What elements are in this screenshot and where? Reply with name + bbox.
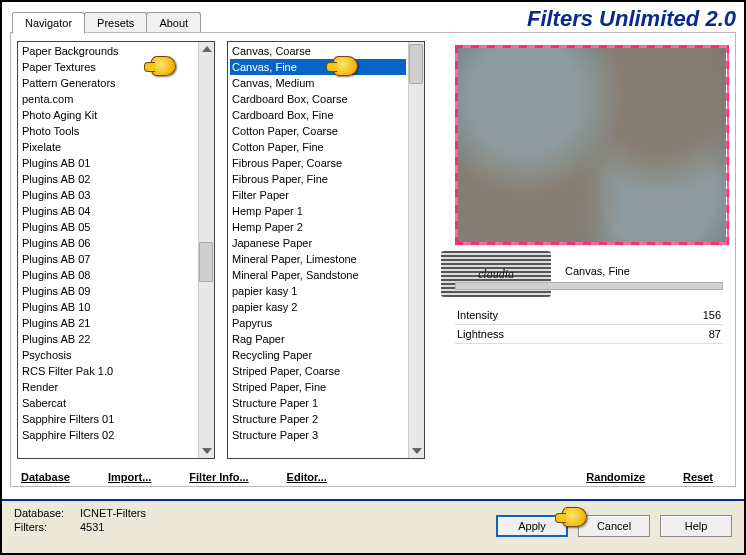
tab-navigator[interactable]: Navigator — [12, 12, 85, 34]
list-item[interactable]: RCS Filter Pak 1.0 — [20, 363, 196, 379]
list-item[interactable]: Hemp Paper 1 — [230, 203, 406, 219]
list-item[interactable]: Sabercat — [20, 395, 196, 411]
list-item[interactable]: Hemp Paper 2 — [230, 219, 406, 235]
list-item[interactable]: Plugins AB 08 — [20, 267, 196, 283]
tab-presets[interactable]: Presets — [84, 12, 147, 34]
list-item[interactable]: Cotton Paper, Fine — [230, 139, 406, 155]
list-item[interactable]: Fibrous Paper, Coarse — [230, 155, 406, 171]
link-filter-info[interactable]: Filter Info... — [187, 471, 250, 483]
list-item[interactable]: Striped Paper, Coarse — [230, 363, 406, 379]
list-item[interactable]: Filter Paper — [230, 187, 406, 203]
list-item[interactable]: Plugins AB 21 — [20, 315, 196, 331]
status-bar: Database: ICNET-Filters Filters: 4531 Ap… — [2, 499, 744, 553]
list-item[interactable]: Structure Paper 1 — [230, 395, 406, 411]
link-database[interactable]: Database — [19, 471, 72, 483]
list-item[interactable]: Pattern Generators — [20, 75, 196, 91]
list-item[interactable]: Cardboard Box, Coarse — [230, 91, 406, 107]
scroll-thumb[interactable] — [199, 242, 213, 282]
status-db-value: ICNET-Filters — [80, 507, 146, 521]
list-item[interactable]: Psychosis — [20, 347, 196, 363]
watermark-badge: claudia — [441, 251, 551, 297]
list-item[interactable]: Structure Paper 3 — [230, 427, 406, 443]
list-item[interactable]: Sapphire Filters 01 — [20, 411, 196, 427]
list-item[interactable]: Plugins AB 04 — [20, 203, 196, 219]
list-item[interactable]: Canvas, Medium — [230, 75, 406, 91]
scroll-thumb[interactable] — [409, 44, 423, 84]
list-item[interactable]: Recycling Paper — [230, 347, 406, 363]
filter-list[interactable]: Canvas, CoarseCanvas, FineCanvas, Medium… — [227, 41, 425, 459]
list-item[interactable]: Mineral Paper, Limestone — [230, 251, 406, 267]
list-item[interactable]: Cardboard Box, Fine — [230, 107, 406, 123]
status-filters-label: Filters: — [14, 521, 74, 535]
tab-about[interactable]: About — [146, 12, 201, 34]
list-item[interactable]: Plugins AB 10 — [20, 299, 196, 315]
link-editor[interactable]: Editor... — [285, 471, 329, 483]
list-item[interactable]: Render — [20, 379, 196, 395]
param-label: Intensity — [457, 309, 498, 324]
current-filter-label: Canvas, Fine — [565, 265, 630, 277]
preview-image — [458, 48, 726, 242]
help-button[interactable]: Help — [660, 515, 732, 537]
list-item[interactable]: Fibrous Paper, Fine — [230, 171, 406, 187]
preview-area — [455, 45, 729, 245]
list-item[interactable]: Canvas, Coarse — [230, 43, 406, 59]
list-item[interactable]: Plugins AB 22 — [20, 331, 196, 347]
list-item[interactable]: Paper Backgrounds — [20, 43, 196, 59]
list-item[interactable]: Paper Textures — [20, 59, 196, 75]
navigator-panel: Paper BackgroundsPaper TexturesPattern G… — [10, 32, 736, 487]
param-intensity[interactable]: Intensity 156 — [455, 309, 723, 325]
link-randomize[interactable]: Randomize — [584, 471, 647, 483]
category-list[interactable]: Paper BackgroundsPaper TexturesPattern G… — [17, 41, 215, 459]
list-item[interactable]: Sapphire Filters 02 — [20, 427, 196, 443]
list-item[interactable]: Photo Aging Kit — [20, 107, 196, 123]
cancel-button[interactable]: Cancel — [578, 515, 650, 537]
list-item[interactable]: papier kasy 1 — [230, 283, 406, 299]
link-import[interactable]: Import... — [106, 471, 153, 483]
list-item[interactable]: Pixelate — [20, 139, 196, 155]
list-item[interactable]: Papyrus — [230, 315, 406, 331]
app-title: Filters Unlimited 2.0 — [527, 6, 736, 32]
list-item[interactable]: Cotton Paper, Coarse — [230, 123, 406, 139]
list-item[interactable]: Japanese Paper — [230, 235, 406, 251]
status-db-label: Database: — [14, 507, 74, 521]
list-item[interactable]: Plugins AB 03 — [20, 187, 196, 203]
list-item[interactable]: penta.com — [20, 91, 196, 107]
list-item[interactable]: papier kasy 2 — [230, 299, 406, 315]
list-item[interactable]: Plugins AB 07 — [20, 251, 196, 267]
list-item[interactable]: Rag Paper — [230, 331, 406, 347]
list-item[interactable]: Plugins AB 06 — [20, 235, 196, 251]
filter-name-bar — [455, 282, 723, 290]
list-item[interactable]: Photo Tools — [20, 123, 196, 139]
list-item[interactable]: Mineral Paper, Sandstone — [230, 267, 406, 283]
status-filters-value: 4531 — [80, 521, 104, 535]
list-item[interactable]: Plugins AB 09 — [20, 283, 196, 299]
param-lightness[interactable]: Lightness 87 — [455, 328, 723, 344]
param-value: 87 — [709, 328, 721, 343]
tab-bar: Navigator Presets About — [12, 12, 200, 34]
link-reset[interactable]: Reset — [681, 471, 715, 483]
list-item[interactable]: Plugins AB 02 — [20, 171, 196, 187]
list-item[interactable]: Plugins AB 05 — [20, 219, 196, 235]
apply-button[interactable]: Apply — [496, 515, 568, 537]
list-item[interactable]: Structure Paper 2 — [230, 411, 406, 427]
list-item[interactable]: Plugins AB 01 — [20, 155, 196, 171]
param-value: 156 — [703, 309, 721, 324]
list-item[interactable]: Striped Paper, Fine — [230, 379, 406, 395]
param-label: Lightness — [457, 328, 504, 343]
scrollbar[interactable] — [198, 42, 214, 458]
scrollbar[interactable] — [408, 42, 424, 458]
list-item[interactable]: Canvas, Fine — [230, 59, 406, 75]
